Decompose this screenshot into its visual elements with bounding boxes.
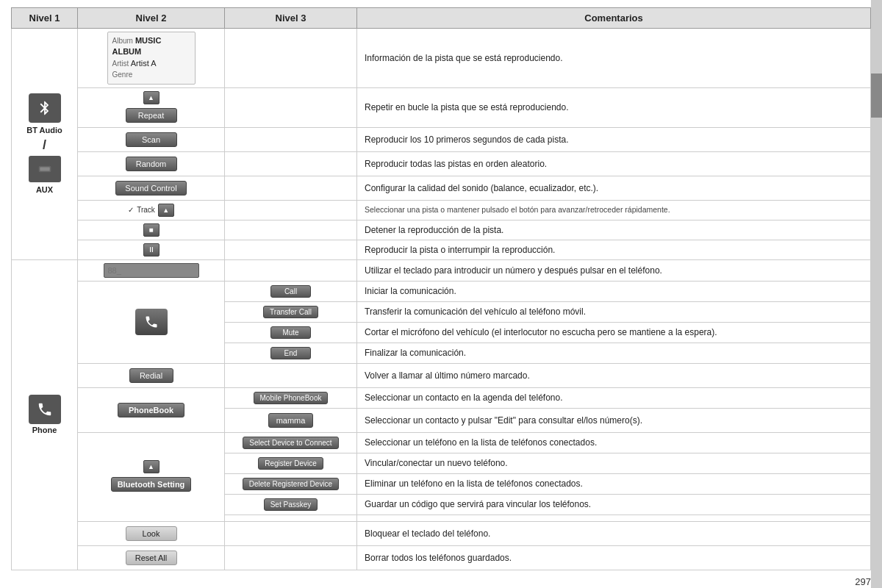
repeat-group: ▲ Repeat	[82, 91, 220, 124]
bt-audio-label: BT Audio	[26, 126, 62, 135]
nivel2-sound-cell: Sound Control	[78, 176, 225, 200]
nivel3-set-passkey-cell: Set Passkey	[225, 494, 357, 514]
table-row: ▲ Bluetooth Setting Select Device to Con…	[12, 432, 871, 453]
phone-group: Phone	[16, 395, 73, 434]
comment-21: Guardar un código que servirá para vincu…	[357, 494, 871, 514]
table-row: ■ Detener la reproducción de la pista.	[12, 220, 871, 240]
stop-btn[interactable]: ■	[143, 223, 159, 237]
phonebook-btn[interactable]: PhoneBook	[118, 403, 184, 417]
scan-btn[interactable]: Scan	[126, 132, 177, 147]
aux-label: AUX	[36, 185, 53, 194]
comment-3: Reproducir los 10 primeros segundos de c…	[357, 127, 871, 151]
comment-text-18: Seleccionar un teléfono en la lista de t…	[365, 436, 597, 449]
nivel3-empty-23	[225, 545, 357, 570]
comment-10: Iniciar la comunicación.	[357, 281, 871, 301]
look-btn[interactable]: Look	[126, 526, 177, 541]
mobile-phonebook-btn[interactable]: Mobile PhoneBook	[254, 392, 329, 404]
register-device-btn[interactable]: Register Device	[258, 457, 323, 470]
nivel3-empty-5	[225, 176, 357, 200]
comment-6: Seleccionar una pista o mantener pulsado…	[357, 200, 871, 220]
scrollbar-thumb[interactable]	[871, 74, 882, 118]
comment-text-20: Eliminar un teléfono en la lista de telé…	[365, 477, 583, 490]
nivel2-album-cell: Album MUSIC ALBUM Artist Artist A Genre	[78, 29, 225, 88]
scrollbar[interactable]	[871, 0, 882, 588]
album-label: Album	[112, 37, 133, 45]
bt-audio-icon	[29, 93, 61, 123]
checkmark: ✓	[128, 206, 134, 214]
comment-text-11: Transferir la comunicación del vehículo …	[365, 305, 586, 318]
table-row: ▲ Repeat Repetir en bucle la pista que s…	[12, 87, 871, 127]
phone-icon	[29, 395, 61, 424]
artist-value: Artist A	[131, 59, 157, 68]
set-passkey-btn[interactable]: Set Passkey	[264, 498, 318, 511]
nivel3-transfer-cell: Transfer Call	[225, 301, 357, 322]
comment-text-2: Repetir en bucle la pista que se está re…	[365, 101, 569, 114]
nivel3-empty-8	[225, 240, 357, 259]
nivel3-select-device-cell: Select Device to Connect	[225, 432, 357, 453]
nivel1-phone-cell: Phone	[12, 259, 78, 570]
table-row: Redial Volver a llamar al último número …	[12, 363, 871, 387]
call-btn[interactable]: Call	[270, 285, 311, 298]
nivel2-repeat-cell: ▲ Repeat	[78, 87, 225, 127]
dialer-input[interactable]	[104, 263, 199, 278]
nivel1-btaudio-group: BT Audio / AUX	[16, 93, 73, 194]
nivel2-phonebook-cell: PhoneBook	[78, 387, 225, 432]
nivel2-stop-cell: ■	[78, 220, 225, 240]
comment-13: Finalizar la comunicación.	[357, 343, 871, 363]
mamma-btn[interactable]: mamma	[268, 413, 314, 428]
comment-9: Utilizar el teclado para introducir un n…	[357, 259, 871, 281]
sound-control-btn[interactable]: Sound Control	[115, 181, 186, 196]
comment-text-13: Finalizar la comunicación.	[365, 346, 466, 359]
comment-2: Repetir en bucle la pista que se está re…	[357, 87, 871, 127]
track-forward-btn[interactable]: ▲	[158, 204, 174, 217]
call-icon-btn[interactable]	[135, 309, 168, 335]
comment-19: Vincular/conectar un nuevo teléfono.	[357, 453, 871, 473]
table-row: BT Audio / AUX Album MUSIC ALBUM	[12, 29, 871, 88]
artist-row: Artist Artist A	[112, 58, 190, 69]
comment-text-3: Reproducir los 10 primeros segundos de c…	[365, 133, 569, 146]
comment-empty-21	[357, 514, 871, 521]
nivel2-random-cell: Random	[78, 151, 225, 176]
table-row: Random Reproducir todas las pistas en or…	[12, 151, 871, 176]
end-btn[interactable]: End	[270, 347, 311, 359]
mute-btn[interactable]: Mute	[270, 326, 311, 339]
track-controls: ✓ Track ▲	[82, 204, 220, 217]
comment-text-8: Reproducir la pista o interrumpir la rep…	[365, 243, 555, 257]
album-info-box: Album MUSIC ALBUM Artist Artist A Genre	[107, 32, 196, 85]
up-arrow-btn[interactable]: ▲	[143, 91, 159, 104]
table-row: Reset All Borrar todos los teléfonos gua…	[12, 545, 871, 570]
table-row: Call Iniciar la comunicación.	[12, 281, 871, 301]
svg-rect-1	[40, 168, 49, 171]
nivel3-empty-21	[225, 514, 357, 521]
comment-14: Volver a llamar al último número marcado…	[357, 363, 871, 387]
reset-all-btn[interactable]: Reset All	[126, 551, 177, 565]
nivel3-empty-9	[225, 259, 357, 281]
nivel3-end-cell: End	[225, 343, 357, 363]
table-row: ⏸ Reproducir la pista o interrumpir la r…	[12, 240, 871, 259]
comment-text-12: Cortar el micrófono del vehículo (el int…	[365, 326, 717, 339]
pause-btn[interactable]: ⏸	[143, 243, 159, 257]
comment-text-17: Seleccionar un contacto y pulsar "Edit" …	[365, 414, 642, 427]
random-btn[interactable]: Random	[126, 157, 177, 171]
aux-icon	[29, 156, 61, 182]
nivel3-empty-14	[225, 363, 357, 387]
header-nivel3: Nivel 3	[225, 8, 357, 29]
nivel3-empty-2	[225, 87, 357, 127]
nivel3-mute-cell: Mute	[225, 322, 357, 343]
comment-17: Seleccionar un contacto y pulsar "Edit" …	[357, 408, 871, 432]
delete-device-btn[interactable]: Delete Registered Device	[243, 478, 339, 490]
table-row: Look Bloquear el teclado del teléfono.	[12, 521, 871, 545]
nivel2-reset-cell: Reset All	[78, 545, 225, 570]
comment-text-21: Guardar un código que servirá para vincu…	[365, 498, 591, 511]
nivel3-empty-22	[225, 521, 357, 545]
header-nivel2: Nivel 2	[78, 8, 225, 29]
repeat-btn[interactable]: Repeat	[126, 108, 177, 123]
bluetooth-setting-btn[interactable]: Bluetooth Setting	[111, 477, 192, 492]
select-device-btn[interactable]: Select Device to Connect	[243, 437, 338, 449]
bt-up-btn[interactable]: ▲	[143, 460, 159, 473]
comment-text-4: Reproducir todas las pistas en orden ale…	[365, 157, 547, 171]
nivel2-callicon-cell	[78, 281, 225, 363]
transfer-call-btn[interactable]: Transfer Call	[263, 306, 318, 318]
genre-label: Genre	[112, 71, 133, 79]
redial-btn[interactable]: Redial	[129, 368, 173, 383]
